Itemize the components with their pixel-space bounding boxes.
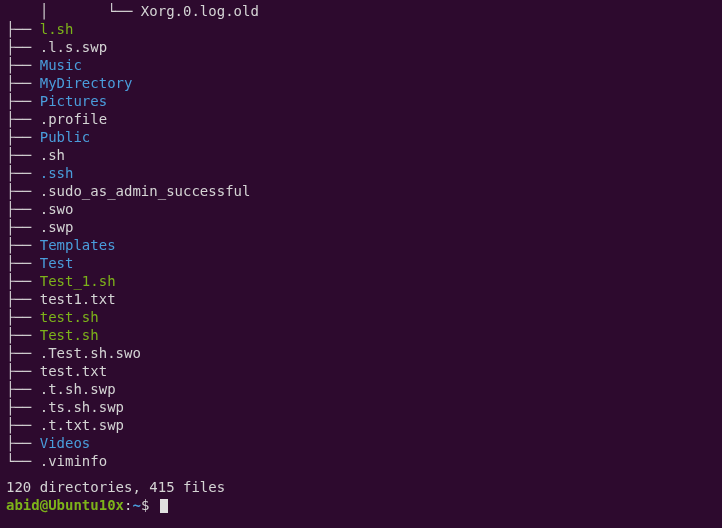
tree-filename: Test.sh bbox=[40, 327, 99, 343]
prompt-user: abid@Ubuntu10x bbox=[6, 497, 124, 513]
tree-branch-icon: ├── bbox=[6, 57, 40, 73]
tree-branch-icon: │ └── bbox=[6, 3, 141, 19]
tree-entry: ├── MyDirectory bbox=[6, 74, 716, 92]
tree-branch-icon: ├── bbox=[6, 147, 40, 163]
tree-filename: .viminfo bbox=[40, 453, 107, 469]
prompt-path: ~ bbox=[132, 497, 140, 513]
tree-filename: .l.s.swp bbox=[40, 39, 107, 55]
tree-summary: 120 directories, 415 files bbox=[6, 478, 716, 496]
tree-output: │ └── Xorg.0.log.old├── l.sh├── .l.s.swp… bbox=[6, 2, 716, 470]
tree-filename: Templates bbox=[40, 237, 116, 253]
tree-filename: Test bbox=[40, 255, 74, 271]
tree-filename: MyDirectory bbox=[40, 75, 133, 91]
tree-filename: .sh bbox=[40, 147, 65, 163]
cursor-icon bbox=[160, 499, 168, 513]
tree-entry: ├── .Test.sh.swo bbox=[6, 344, 716, 362]
tree-entry: └── .viminfo bbox=[6, 452, 716, 470]
tree-branch-icon: ├── bbox=[6, 93, 40, 109]
tree-branch-icon: ├── bbox=[6, 39, 40, 55]
tree-branch-icon: ├── bbox=[6, 75, 40, 91]
tree-entry: ├── .profile bbox=[6, 110, 716, 128]
tree-entry: ├── test1.txt bbox=[6, 290, 716, 308]
tree-branch-icon: ├── bbox=[6, 417, 40, 433]
tree-filename: .Test.sh.swo bbox=[40, 345, 141, 361]
tree-branch-icon: ├── bbox=[6, 165, 40, 181]
tree-branch-icon: ├── bbox=[6, 309, 40, 325]
tree-branch-icon: ├── bbox=[6, 237, 40, 253]
tree-branch-icon: ├── bbox=[6, 399, 40, 415]
tree-entry: ├── .ts.sh.swp bbox=[6, 398, 716, 416]
tree-branch-icon: ├── bbox=[6, 345, 40, 361]
tree-branch-icon: ├── bbox=[6, 183, 40, 199]
tree-entry: ├── test.txt bbox=[6, 362, 716, 380]
tree-entry: ├── Pictures bbox=[6, 92, 716, 110]
tree-entry: ├── .swp bbox=[6, 218, 716, 236]
tree-entry: │ └── Xorg.0.log.old bbox=[6, 2, 716, 20]
tree-filename: l.sh bbox=[40, 21, 74, 37]
tree-entry: ├── .ssh bbox=[6, 164, 716, 182]
tree-entry: ├── Test_1.sh bbox=[6, 272, 716, 290]
tree-entry: ├── l.sh bbox=[6, 20, 716, 38]
tree-filename: test.sh bbox=[40, 309, 99, 325]
tree-branch-icon: ├── bbox=[6, 255, 40, 271]
tree-entry: ├── Music bbox=[6, 56, 716, 74]
tree-filename: .t.txt.swp bbox=[40, 417, 124, 433]
tree-filename: test1.txt bbox=[40, 291, 116, 307]
tree-filename: Music bbox=[40, 57, 82, 73]
tree-entry: ├── .sh bbox=[6, 146, 716, 164]
tree-branch-icon: ├── bbox=[6, 111, 40, 127]
tree-filename: Xorg.0.log.old bbox=[141, 3, 259, 19]
tree-filename: .profile bbox=[40, 111, 107, 127]
tree-branch-icon: ├── bbox=[6, 363, 40, 379]
tree-entry: ├── Templates bbox=[6, 236, 716, 254]
tree-branch-icon: ├── bbox=[6, 435, 40, 451]
tree-filename: Pictures bbox=[40, 93, 107, 109]
tree-entry: ├── Test bbox=[6, 254, 716, 272]
tree-filename: .t.sh.swp bbox=[40, 381, 116, 397]
tree-filename: Test_1.sh bbox=[40, 273, 116, 289]
tree-filename: .swp bbox=[40, 219, 74, 235]
shell-prompt[interactable]: abid@Ubuntu10x:~$ bbox=[6, 496, 716, 514]
tree-entry: ├── .l.s.swp bbox=[6, 38, 716, 56]
tree-branch-icon: ├── bbox=[6, 129, 40, 145]
tree-entry: ├── .sudo_as_admin_successful bbox=[6, 182, 716, 200]
tree-branch-icon: └── bbox=[6, 453, 40, 469]
tree-branch-icon: ├── bbox=[6, 381, 40, 397]
tree-branch-icon: ├── bbox=[6, 219, 40, 235]
tree-entry: ├── .swo bbox=[6, 200, 716, 218]
tree-branch-icon: ├── bbox=[6, 273, 40, 289]
tree-branch-icon: ├── bbox=[6, 21, 40, 37]
tree-filename: Videos bbox=[40, 435, 91, 451]
tree-filename: .sudo_as_admin_successful bbox=[40, 183, 251, 199]
prompt-dollar: $ bbox=[141, 497, 149, 513]
tree-filename: Public bbox=[40, 129, 91, 145]
tree-entry: ├── .t.txt.swp bbox=[6, 416, 716, 434]
tree-entry: ├── Videos bbox=[6, 434, 716, 452]
tree-filename: .swo bbox=[40, 201, 74, 217]
tree-entry: ├── Test.sh bbox=[6, 326, 716, 344]
tree-branch-icon: ├── bbox=[6, 291, 40, 307]
tree-branch-icon: ├── bbox=[6, 201, 40, 217]
tree-filename: .ts.sh.swp bbox=[40, 399, 124, 415]
tree-entry: ├── Public bbox=[6, 128, 716, 146]
tree-filename: .ssh bbox=[40, 165, 74, 181]
tree-filename: test.txt bbox=[40, 363, 107, 379]
tree-branch-icon: ├── bbox=[6, 327, 40, 343]
tree-entry: ├── test.sh bbox=[6, 308, 716, 326]
tree-entry: ├── .t.sh.swp bbox=[6, 380, 716, 398]
